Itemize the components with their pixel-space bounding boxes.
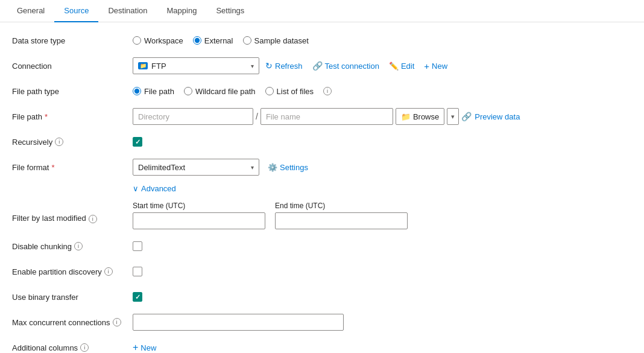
- max-connections-label: Max concurrent connections i: [12, 318, 133, 327]
- radio-workspace-label: Workspace: [144, 36, 183, 45]
- radio-sample-input[interactable]: [243, 36, 251, 45]
- browse-label: Browse: [413, 112, 439, 121]
- radio-filepath[interactable]: File path: [133, 87, 174, 96]
- binary-transfer-row: Use binary transfer: [12, 288, 632, 305]
- end-time-label: End time (UTC): [275, 202, 408, 210]
- disable-chunking-info-icon[interactable]: i: [74, 242, 83, 250]
- preview-data-button[interactable]: 🔗 Preview data: [461, 112, 520, 121]
- refresh-button[interactable]: ↻ Refresh: [262, 59, 306, 73]
- tab-settings[interactable]: Settings: [206, 0, 254, 22]
- connection-label: Connection: [12, 62, 133, 71]
- connection-row: Connection 📁 FTP ▾ ↻ Refresh 🔗 Test conn…: [12, 57, 632, 74]
- partition-discovery-label: Enable partition discovery i: [12, 267, 133, 276]
- data-store-type-label: Data store type: [12, 36, 133, 45]
- file-path-type-control: File path Wildcard file path List of fil…: [133, 87, 332, 96]
- radio-wildcard-input[interactable]: [184, 87, 192, 95]
- file-path-row: File path / 📁 Browse ▾ 🔗 Preview data: [12, 108, 632, 125]
- chevron-down-icon: ∨: [133, 184, 139, 193]
- additional-columns-info-icon[interactable]: i: [80, 343, 89, 352]
- file-path-type-label: File path type: [12, 87, 133, 96]
- connection-chevron-icon: ▾: [251, 63, 254, 69]
- browse-dropdown[interactable]: ▾: [447, 108, 459, 125]
- preview-icon: 🔗: [461, 112, 472, 121]
- radio-filepath-input[interactable]: [133, 87, 141, 95]
- file-format-select[interactable]: DelimitedText ▾: [133, 159, 259, 176]
- file-path-type-row: File path type File path Wildcard file p…: [12, 83, 632, 100]
- additional-columns-new-label: New: [140, 343, 156, 352]
- tab-destination[interactable]: Destination: [98, 0, 157, 22]
- new-connection-button[interactable]: + New: [420, 59, 451, 74]
- tab-general[interactable]: General: [7, 0, 54, 22]
- radio-external-label: External: [204, 36, 233, 45]
- file-format-row: File format DelimitedText ▾ ⚙️ Settings: [12, 159, 632, 176]
- max-connections-info-icon[interactable]: i: [113, 318, 121, 326]
- file-format-label: File format: [12, 163, 133, 172]
- connection-control: 📁 FTP ▾ ↻ Refresh 🔗 Test connection ✏️ E…: [133, 57, 451, 74]
- test-connection-icon: 🔗: [312, 61, 323, 71]
- start-time-input[interactable]: [133, 212, 265, 229]
- partition-info-icon[interactable]: i: [104, 267, 113, 276]
- end-time-input[interactable]: [275, 212, 408, 229]
- radio-list-files[interactable]: List of files: [265, 87, 314, 96]
- radio-wildcard[interactable]: Wildcard file path: [184, 87, 256, 96]
- disable-chunking-row: Disable chunking i: [12, 238, 632, 255]
- ftp-icon: 📁: [138, 62, 148, 69]
- filter-last-modified-label: Filter by last modified i: [12, 202, 133, 223]
- browse-button[interactable]: 📁 Browse: [396, 108, 444, 125]
- radio-external-input[interactable]: [193, 36, 201, 45]
- edit-icon: ✏️: [389, 62, 399, 71]
- filename-input[interactable]: [260, 108, 393, 125]
- plus-icon: +: [424, 61, 429, 71]
- disable-chunking-control: [133, 241, 142, 251]
- file-format-control: DelimitedText ▾ ⚙️ Settings: [133, 159, 312, 176]
- recursively-checkbox[interactable]: [133, 137, 142, 147]
- test-connection-button[interactable]: 🔗 Test connection: [309, 59, 383, 73]
- refresh-label: Refresh: [275, 62, 303, 71]
- folder-icon: 📁: [401, 112, 411, 121]
- radio-sample[interactable]: Sample dataset: [243, 36, 309, 45]
- edit-button[interactable]: ✏️ Edit: [385, 59, 418, 73]
- preview-label: Preview data: [475, 112, 520, 121]
- recursively-info-icon[interactable]: i: [55, 138, 63, 146]
- radio-wildcard-label: Wildcard file path: [195, 87, 256, 96]
- partition-discovery-checkbox[interactable]: [133, 267, 142, 276]
- time-inputs: Start time (UTC) End time (UTC): [133, 202, 408, 229]
- file-format-value: DelimitedText: [138, 163, 185, 172]
- edit-label: Edit: [401, 62, 414, 71]
- tab-bar: General Source Destination Mapping Setti…: [0, 0, 644, 22]
- directory-input[interactable]: [133, 108, 253, 125]
- binary-transfer-label: Use binary transfer: [12, 293, 133, 302]
- settings-label: Settings: [280, 163, 308, 172]
- filter-last-modified-row: Filter by last modified i Start time (UT…: [12, 202, 632, 229]
- add-icon: +: [133, 342, 138, 353]
- data-store-type-control: Workspace External Sample dataset: [133, 36, 309, 45]
- radio-workspace-input[interactable]: [133, 36, 141, 45]
- radio-filepath-label: File path: [144, 87, 174, 96]
- settings-button[interactable]: ⚙️ Settings: [264, 161, 312, 174]
- additional-columns-row: Additional columns i + New: [12, 339, 632, 353]
- disable-chunking-checkbox[interactable]: [133, 241, 142, 251]
- test-connection-label: Test connection: [325, 62, 379, 71]
- recursively-label: Recursively i: [12, 138, 133, 147]
- tab-mapping[interactable]: Mapping: [157, 0, 207, 22]
- file-path-type-info-icon[interactable]: i: [323, 87, 332, 95]
- radio-workspace[interactable]: Workspace: [133, 36, 183, 45]
- advanced-toggle[interactable]: ∨ Advanced: [12, 184, 632, 193]
- radio-external[interactable]: External: [193, 36, 233, 45]
- filter-info-icon[interactable]: i: [89, 215, 97, 223]
- binary-transfer-checkbox[interactable]: [133, 292, 142, 302]
- connection-select[interactable]: 📁 FTP ▾: [133, 57, 259, 74]
- max-connections-control: [133, 314, 344, 331]
- file-path-control: / 📁 Browse ▾ 🔗 Preview data: [133, 108, 520, 125]
- recursively-row: Recursively i: [12, 133, 632, 150]
- file-path-label: File path: [12, 112, 133, 121]
- binary-transfer-control: [133, 292, 142, 302]
- tab-source[interactable]: Source: [54, 0, 98, 22]
- advanced-label: Advanced: [141, 184, 176, 193]
- radio-list-files-input[interactable]: [265, 87, 274, 95]
- max-connections-input[interactable]: [133, 314, 344, 331]
- partition-discovery-control: [133, 267, 142, 276]
- settings-icon: ⚙️: [268, 163, 277, 172]
- partition-discovery-row: Enable partition discovery i: [12, 263, 632, 280]
- additional-columns-new-button[interactable]: + New: [133, 342, 156, 353]
